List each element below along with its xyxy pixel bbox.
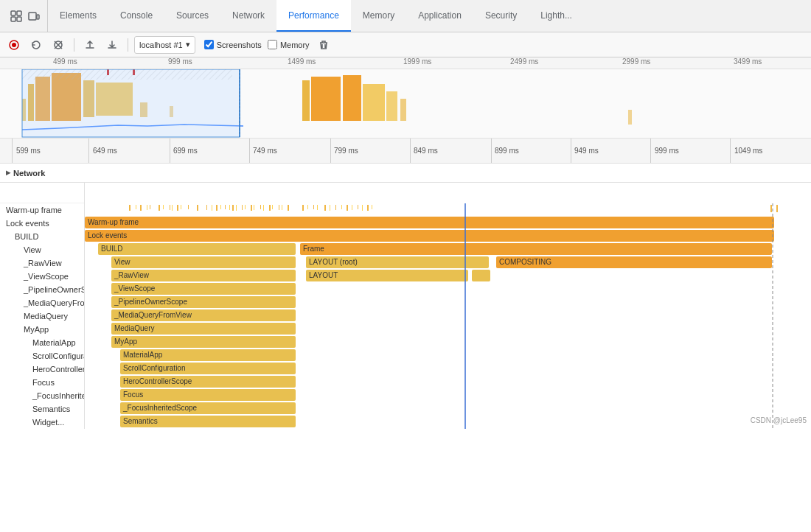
collapse-icon: ▶: [6, 169, 10, 176]
svg-text:BUILD: BUILD: [101, 245, 122, 253]
tick-999ms: 999 ms: [168, 57, 192, 66]
svg-rect-119: [352, 205, 352, 210]
svg-rect-5: [37, 15, 39, 19]
label-focusinheritedscope[interactable]: _FocusInheritedScope: [0, 389, 84, 402]
label-rawview[interactable]: _RawView: [0, 256, 84, 270]
flame-canvas[interactable]: // We'll draw these with JS below Warm-u…: [85, 183, 811, 429]
label-materialapp[interactable]: MaterialApp: [0, 336, 84, 349]
svg-text:Frame: Frame: [303, 245, 324, 253]
svg-point-7: [12, 43, 16, 47]
svg-rect-33: [85, 217, 774, 228]
download-button[interactable]: [102, 35, 122, 55]
memory-checkbox[interactable]: Memory: [268, 40, 310, 49]
clear-button[interactable]: [49, 35, 68, 55]
svg-rect-100: [776, 205, 778, 212]
upload-button[interactable]: [80, 35, 100, 55]
tab-console[interactable]: Console: [108, 0, 164, 32]
label-mediaquery[interactable]: MediaQuery: [0, 309, 84, 323]
flame-labels: Warm-up frame Lock events BUILD View _Ra…: [0, 183, 85, 429]
label-pipelineownerscope[interactable]: _PipelineOwnerScope: [0, 283, 84, 296]
dropdown-icon: ▾: [186, 40, 190, 49]
label-viewscope[interactable]: _ViewScope: [0, 270, 84, 283]
label-scrollconfiguration[interactable]: ScrollConfiguration: [0, 349, 84, 363]
tab-memory[interactable]: Memory: [351, 0, 406, 32]
record-button[interactable]: [4, 35, 24, 55]
time-ruler-top: 499 ms 999 ms 1499 ms 1999 ms 2499 ms 29…: [0, 57, 811, 69]
svg-rect-22: [22, 69, 240, 137]
network-header[interactable]: ▶ Network: [0, 164, 811, 183]
tab-performance[interactable]: Performance: [276, 0, 351, 32]
tick-3499ms: 3499 ms: [734, 57, 762, 66]
svg-rect-104: [172, 205, 173, 211]
delete-button[interactable]: [316, 37, 332, 53]
label-focus[interactable]: Focus: [0, 376, 84, 389]
svg-rect-118: [341, 205, 342, 209]
label-mediaqueryfromview[interactable]: _MediaQueryFromView: [0, 296, 84, 309]
svg-rect-39: [300, 243, 772, 255]
label-warmup[interactable]: Warm-up frame: [0, 203, 84, 217]
svg-text:View: View: [114, 258, 130, 266]
svg-rect-99: [770, 205, 772, 212]
svg-rect-110: [245, 205, 246, 209]
overview-chart[interactable]: [0, 69, 811, 139]
label-herocontrollerscope[interactable]: HeroControllerScope: [0, 363, 84, 376]
flame-area: ▶ Network Warm-up frame Lock events BUIL…: [0, 164, 811, 429]
svg-rect-37: [98, 243, 296, 255]
label-view[interactable]: View: [0, 243, 84, 256]
tab-security[interactable]: Security: [473, 0, 529, 32]
svg-rect-77: [159, 205, 160, 211]
svg-rect-78: [170, 205, 170, 210]
svg-rect-114: [282, 205, 282, 210]
label-myapp[interactable]: MyApp: [0, 323, 84, 336]
tab-sources[interactable]: Sources: [164, 0, 220, 32]
svg-rect-79: [177, 205, 178, 211]
svg-rect-85: [232, 205, 234, 211]
label-semantics[interactable]: Semantics: [0, 402, 84, 416]
tick-1499ms: 1499 ms: [288, 57, 316, 66]
svg-text:MaterialApp: MaterialApp: [123, 351, 163, 359]
svg-text:Warm-up frame: Warm-up frame: [88, 218, 139, 226]
svg-rect-25: [311, 77, 341, 121]
svg-text:Semantics: Semantics: [123, 417, 158, 425]
svg-text:LAYOUT: LAYOUT: [309, 271, 338, 279]
timeline-overview[interactable]: 499 ms 999 ms 1499 ms 1999 ms 2499 ms 29…: [0, 57, 811, 139]
svg-rect-76: [150, 205, 150, 209]
tick-999ms: 999 ms: [655, 147, 679, 155]
tab-lighthouse[interactable]: Lighth...: [529, 0, 584, 32]
svg-rect-96: [347, 205, 348, 211]
svg-rect-86: [242, 205, 243, 210]
svg-rect-109: [236, 205, 237, 211]
svg-text:Lock events: Lock events: [88, 231, 127, 239]
label-widget[interactable]: Widget...: [0, 416, 84, 429]
tab-elements[interactable]: Elements: [48, 0, 108, 32]
filter-options: Screenshots Memory: [204, 37, 332, 53]
svg-rect-90: [279, 205, 279, 210]
svg-text:_FocusInheritedScope: _FocusInheritedScope: [122, 404, 198, 412]
svg-text:_MediaQueryFromView: _MediaQueryFromView: [114, 311, 192, 319]
svg-rect-111: [254, 205, 254, 210]
svg-rect-30: [628, 110, 632, 125]
screenshots-checkbox[interactable]: Screenshots: [204, 40, 262, 49]
svg-rect-93: [313, 205, 314, 209]
label-lockevents[interactable]: Lock events: [0, 217, 84, 230]
url-selector[interactable]: localhost #1 ▾: [134, 36, 195, 54]
tab-network[interactable]: Network: [220, 0, 276, 32]
svg-rect-113: [272, 205, 273, 209]
svg-rect-83: [216, 205, 217, 211]
svg-rect-112: [263, 205, 264, 211]
label-build[interactable]: BUILD: [0, 230, 84, 243]
tab-bar: Elements Console Sources Network Perform…: [0, 0, 811, 32]
tick-749ms: 749 ms: [253, 147, 277, 155]
tick-499ms: 499 ms: [53, 57, 77, 66]
svg-rect-116: [317, 205, 318, 210]
reload-button[interactable]: [27, 35, 46, 55]
svg-rect-94: [324, 205, 326, 211]
svg-rect-74: [129, 205, 130, 211]
svg-text:LAYOUT (root): LAYOUT (root): [309, 258, 358, 266]
svg-text:_PipelineOwnerScope: _PipelineOwnerScope: [114, 298, 187, 306]
svg-rect-80: [188, 205, 189, 209]
tab-application[interactable]: Application: [406, 0, 473, 32]
tick-1999ms: 1999 ms: [403, 57, 431, 66]
tick-1049ms: 1049 ms: [734, 147, 762, 155]
svg-rect-91: [288, 205, 289, 211]
